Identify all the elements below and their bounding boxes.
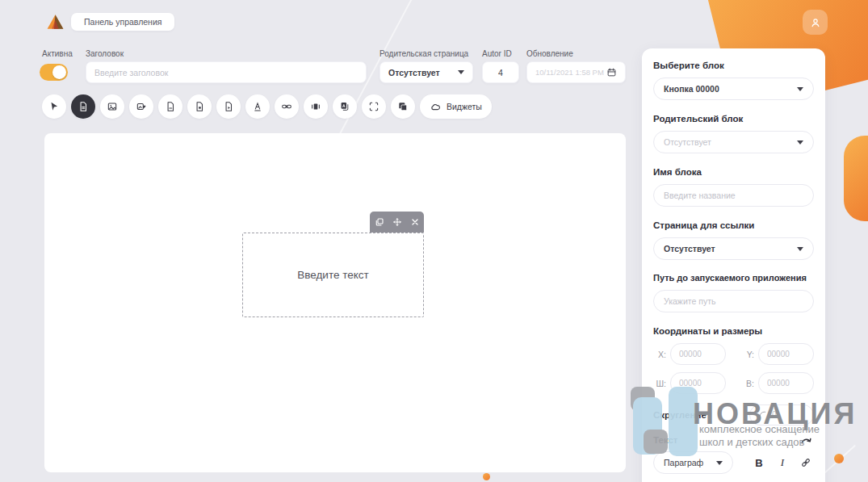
text-block[interactable]: Введите текст: [242, 233, 424, 317]
decor-blob-right: [844, 136, 868, 221]
coords-row-wh: Ш: В:: [653, 372, 814, 394]
editor-canvas[interactable]: Введите текст: [44, 133, 626, 472]
app-logo-triangle-icon: [45, 12, 65, 32]
redo-icon: [799, 434, 813, 447]
radius-field[interactable]: 0: [749, 404, 814, 425]
parent-block-placeholder: Отсутствует: [664, 137, 711, 147]
chevron-down-icon: [797, 247, 803, 251]
link-page-select[interactable]: Отсутствует: [653, 237, 814, 260]
close-icon: [410, 217, 420, 227]
toolbar-file-image-button[interactable]: [187, 94, 212, 119]
decor-dot: [483, 473, 490, 480]
app-path-field-wrap: [653, 290, 814, 312]
toolbar-font-button[interactable]: [245, 94, 270, 119]
radius-row: Скругление 0: [653, 404, 814, 425]
pointer-icon: [48, 101, 60, 112]
choose-block-select[interactable]: Кнопка 00000: [653, 78, 814, 100]
bold-button[interactable]: B: [751, 454, 767, 472]
font-icon: [252, 101, 263, 112]
toolbar-translate-button[interactable]: [333, 94, 357, 119]
author-id-input[interactable]: [491, 68, 510, 78]
block-mini-toolbar: [370, 212, 424, 233]
parent-block-select[interactable]: Отсутствует: [653, 131, 814, 153]
height-label: В:: [741, 379, 754, 388]
toolbar-file-text-button[interactable]: [71, 94, 95, 119]
parent-block-label: Родительский блок: [653, 113, 814, 124]
move-icon: [392, 217, 402, 227]
link-page-label: Страница для ссылки: [653, 220, 814, 231]
redo-button[interactable]: [798, 432, 814, 448]
image-edit-icon: [136, 101, 147, 112]
coords-row-xy: X: Y:: [653, 343, 814, 365]
block-name-field-wrap: [653, 184, 814, 207]
file-lines-icon: [165, 101, 176, 112]
cloud-icon: [430, 101, 442, 113]
control-panel-button[interactable]: Панель управления: [71, 13, 174, 31]
chevron-down-icon: [797, 140, 803, 145]
y-input[interactable]: [767, 350, 805, 358]
image-icon: [107, 101, 118, 112]
title-input[interactable]: [94, 68, 358, 78]
active-label: Активна: [42, 49, 73, 58]
updated-date-value: 10/11/2021 1:58 PM: [535, 68, 606, 77]
radius-value: 0: [772, 410, 777, 419]
toolbar-image-button[interactable]: [100, 94, 124, 119]
choose-block-value: Кнопка 00000: [664, 84, 719, 94]
toolbar-carousel-button[interactable]: [304, 94, 328, 119]
translate-icon: [339, 101, 350, 112]
corner-radius-icon: [758, 410, 767, 419]
toolbar-file-video-button[interactable]: [216, 94, 241, 119]
copy-icon: [375, 217, 384, 227]
block-move-button[interactable]: [392, 217, 402, 228]
block-close-button[interactable]: [409, 217, 420, 228]
chevron-down-icon: [797, 87, 803, 91]
title-field-wrap: [86, 61, 367, 83]
text-row: Текст: [653, 434, 814, 446]
paragraph-style-select[interactable]: Параграф: [653, 451, 733, 474]
app-path-label: Путь до запускаемого приложения: [653, 273, 814, 283]
active-toggle[interactable]: [40, 64, 68, 81]
italic-button[interactable]: I: [774, 454, 790, 472]
link-icon: [281, 101, 292, 112]
toolbar-file-lines-button[interactable]: [158, 94, 182, 119]
height-field-wrap: [758, 372, 814, 394]
width-input[interactable]: [679, 379, 717, 388]
text-link-button[interactable]: [798, 454, 814, 472]
choose-block-label: Выберите блок: [653, 60, 814, 71]
author-id-field-wrap: [482, 61, 519, 83]
widgets-button[interactable]: Виджеты: [420, 94, 492, 119]
file-video-icon: [223, 101, 234, 112]
parent-page-value: Отсутствует: [388, 68, 440, 78]
block-copy-button[interactable]: [374, 217, 384, 228]
parent-page-select[interactable]: Отсутствует: [379, 61, 473, 83]
toggle-knob: [52, 65, 66, 79]
chevron-down-icon: [716, 461, 723, 465]
widgets-button-label: Виджеты: [447, 102, 482, 111]
user-icon: [809, 16, 822, 29]
block-settings-panel: Выберите блок Кнопка 00000 Родительский …: [642, 48, 825, 482]
decor-dot: [834, 454, 844, 463]
parent-page-label: Родительская страница: [379, 49, 468, 58]
app-path-input[interactable]: [664, 296, 803, 306]
y-label: Y:: [741, 350, 754, 359]
block-name-input[interactable]: [664, 191, 803, 200]
radius-label: Скругление: [653, 409, 707, 421]
author-id-label: Autor ID: [482, 49, 512, 58]
block-name-label: Имя блока: [653, 166, 814, 178]
toolbar-image-edit-button[interactable]: [129, 94, 153, 119]
x-input[interactable]: [679, 350, 717, 358]
paragraph-row: Параграф B I: [653, 451, 814, 474]
toolbar-frame-button[interactable]: [362, 94, 386, 119]
height-input[interactable]: [767, 379, 805, 388]
toolbar-layers-button[interactable]: [391, 94, 415, 119]
file-text-icon: [78, 101, 89, 112]
user-profile-button[interactable]: [803, 10, 828, 35]
title-label: Заголовок: [86, 49, 124, 58]
carousel-icon: [310, 101, 321, 112]
toolbar-link-button[interactable]: [275, 94, 299, 119]
toolbar-pointer-button[interactable]: [42, 94, 66, 119]
width-field-wrap: [670, 372, 726, 394]
link-page-value: Отсутствует: [664, 244, 715, 254]
updated-date-field[interactable]: 10/11/2021 1:58 PM: [526, 61, 626, 83]
x-label: X:: [653, 350, 666, 359]
